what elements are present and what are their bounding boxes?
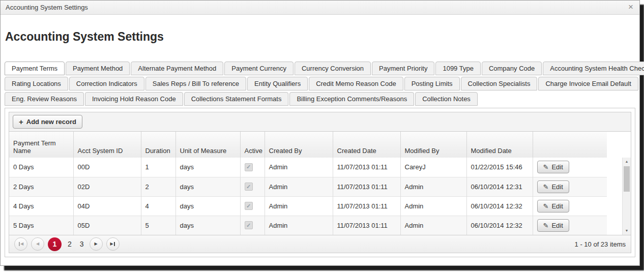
column-header-created-by[interactable]: Created By [265,132,333,158]
dialog-content: Accounting System Settings Payment Terms… [1,30,639,257]
column-header-edit [533,132,607,158]
grid-rows-area: 0 Days00D1days✓Admin11/07/2013 01:11Care… [9,158,631,235]
cell-acct-system-id: 05D [73,216,141,235]
table-row: 5 Days05D5days✓Admin11/07/2013 01:11Admi… [9,216,607,235]
active-checkbox: ✓ [245,183,253,191]
column-header-acct-system-id[interactable]: Acct System ID [73,132,141,158]
cell-acct-system-id: 04D [73,196,141,216]
cell-created-date: 11/07/2013 01:11 [333,216,400,235]
cell-edit: ✎Edit [533,216,607,235]
cell-created-by: Admin [265,158,333,177]
payment-terms-grid: + Add new record Payment Term NameAcct S… [9,112,631,253]
cell-payment-term-name: 5 Days [9,216,73,235]
next-page-button[interactable]: ▶ [90,237,103,251]
page-link-3[interactable]: 3 [78,240,86,248]
scroll-up-icon[interactable]: ▲ [623,158,631,166]
plus-icon: + [19,119,23,125]
tab-row: Eng. Review ReasonsInvoicing Hold Reason… [5,92,635,106]
grid-body: 0 Days00D1days✓Admin11/07/2013 01:11Care… [9,158,607,235]
cell-unit-of-measure: days [175,177,240,196]
tab-collection-specialists[interactable]: Collection Specialists [461,77,538,90]
tab-payment-priority[interactable]: Payment Priority [372,62,434,75]
pencil-icon: ✎ [543,163,549,171]
edit-button[interactable]: ✎Edit [537,180,569,193]
tab-1099-type[interactable]: 1099 Type [435,62,480,75]
tab-entity-qualifiers[interactable]: Entity Qualifiers [247,77,308,90]
add-new-record-button[interactable]: + Add new record [13,115,82,129]
edit-button[interactable]: ✎Edit [537,200,569,213]
grid-header-row: Payment Term NameAcct System IDDurationU… [9,132,607,158]
column-header-modified-date[interactable]: Modified Date [466,132,533,158]
last-page-button[interactable]: ▶ [106,237,120,251]
table-row: 2 Days02D2days✓Admin11/07/2013 01:11Admi… [9,177,607,196]
tab-payment-method[interactable]: Payment Method [66,62,130,75]
tabstrip: Payment TermsPayment MethodAlternate Pay… [5,62,635,106]
column-header-active[interactable]: Active [240,132,265,158]
tab-credit-memo-reason-code[interactable]: Credit Memo Reason Code [309,77,403,90]
pencil-icon: ✎ [543,183,549,191]
dialog-titlebar: Accounting System Settings × [1,1,639,15]
cell-modified-by: CareyJ [400,158,466,177]
column-header-modified-by[interactable]: Modified By [400,132,466,158]
tab-correction-indicators[interactable]: Correction Indicators [69,77,144,90]
previous-page-button[interactable]: ◀ [31,237,44,251]
table-row: 4 Days04D4days✓Admin11/07/2013 01:11Admi… [9,196,607,216]
scrollbar-thumb[interactable] [624,166,630,192]
scroll-down-icon[interactable]: ▼ [623,227,631,235]
cell-modified-date: 06/10/2014 12:32 [466,216,533,235]
cell-duration: 4 [141,196,175,216]
pager-pages: 123 [48,237,86,251]
cell-active: ✓ [240,158,265,177]
column-header-payment-term-name[interactable]: Payment Term Name [9,132,73,158]
tab-payment-terms[interactable]: Payment Terms [5,62,65,75]
tab-alternate-payment-method[interactable]: Alternate Payment Method [131,62,223,75]
cell-modified-date: 06/10/2014 12:32 [466,196,533,216]
edit-button[interactable]: ✎Edit [537,219,569,232]
tab-posting-limits[interactable]: Posting Limits [404,77,460,90]
column-header-duration[interactable]: Duration [141,132,175,158]
current-page-indicator: 1 [48,237,62,251]
tab-collection-notes[interactable]: Collection Notes [415,92,478,106]
close-icon[interactable]: × [628,1,633,14]
tab-accounting-system-health-check[interactable]: Accounting System Health Check [543,62,644,75]
column-header-unit-of-measure[interactable]: Unit of Measure [175,132,240,158]
first-page-icon: ◀ [20,242,23,246]
cell-modified-by: Admin [400,216,466,235]
page-link-2[interactable]: 2 [66,240,74,248]
tab-billing-exception-comments-reasons[interactable]: Billing Exception Comments/Reasons [289,92,414,106]
column-header-created-date[interactable]: Created Date [333,132,400,158]
add-new-record-label: Add new record [26,118,76,126]
tab-eng-review-reasons[interactable]: Eng. Review Reasons [5,92,84,106]
table-row: 0 Days00D1days✓Admin11/07/2013 01:11Care… [9,158,607,177]
cell-acct-system-id: 00D [73,158,141,177]
pencil-icon: ✎ [543,222,549,229]
seek-end-bar-icon [114,242,115,246]
tab-row: Rating LocationsCorrection IndicatorsSal… [5,77,635,90]
edit-button-label: Edit [551,163,563,171]
previous-page-icon: ◀ [36,242,39,246]
tab-rating-locations[interactable]: Rating Locations [5,77,68,90]
cell-active: ✓ [240,177,265,196]
first-page-button[interactable]: ◀ [14,237,27,251]
tab-company-code[interactable]: Company Code [482,62,542,75]
tab-invoicing-hold-reason-code[interactable]: Invoicing Hold Reason Code [85,92,183,106]
tab-payment-currency[interactable]: Payment Currency [224,62,294,75]
seek-start-bar-icon [19,242,20,246]
cell-created-date: 11/07/2013 01:11 [333,177,400,196]
cell-modified-date: 06/10/2014 12:31 [466,177,533,196]
vertical-scrollbar[interactable]: ▲ ▼ [622,158,631,235]
edit-button-label: Edit [551,183,563,191]
tab-currency-conversion[interactable]: Currency Conversion [295,62,371,75]
tab-collections-statement-formats[interactable]: Collections Statement Formats [184,92,289,106]
tab-row: Payment TermsPayment MethodAlternate Pay… [5,62,635,75]
grid-pager: ◀ ◀ 123 ▶ ▶ 1 - 10 of 23 items [9,235,631,253]
cell-payment-term-name: 2 Days [9,177,73,196]
edit-button-label: Edit [551,202,563,210]
cell-created-by: Admin [265,216,333,235]
edit-button[interactable]: ✎Edit [537,161,569,173]
cell-active: ✓ [240,216,265,235]
tab-charge-invoice-email-default[interactable]: Charge Invoice Email Default [538,77,638,90]
cell-active: ✓ [240,196,265,216]
pager-info: 1 - 10 of 23 items [575,240,626,248]
tab-sales-reps-bill-to-reference[interactable]: Sales Reps / Bill To reference [145,77,246,90]
